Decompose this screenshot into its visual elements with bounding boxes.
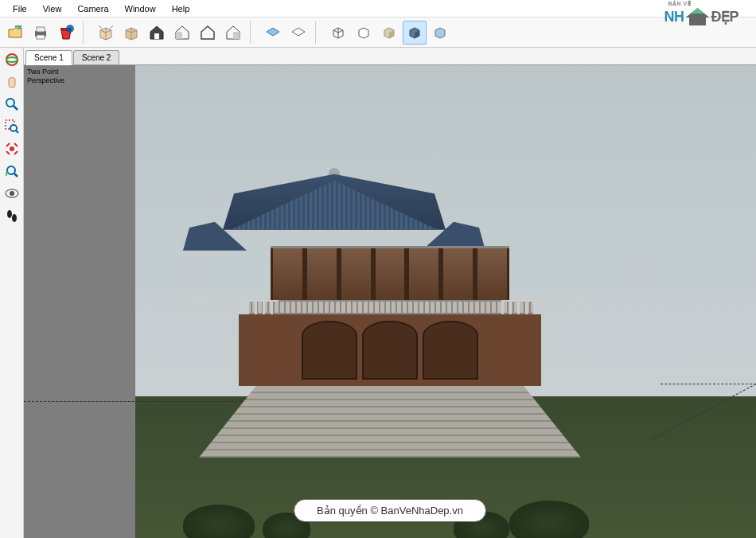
- svg-rect-7: [233, 32, 240, 39]
- svg-line-11: [14, 106, 18, 110]
- house-part1-button[interactable]: [170, 21, 194, 45]
- tab-scene-2[interactable]: Scene 2: [73, 50, 120, 64]
- tab-scene-1[interactable]: Scene 1: [25, 50, 72, 65]
- viewport-occluder: [24, 65, 135, 538]
- svg-rect-1: [37, 27, 45, 32]
- layer-outline-button[interactable]: [286, 21, 310, 45]
- iso-wire-button[interactable]: [326, 21, 350, 45]
- svg-point-15: [10, 146, 14, 151]
- menu-help[interactable]: Help: [164, 2, 198, 16]
- main-toolbar: [0, 18, 756, 48]
- orbit-tool[interactable]: [2, 49, 22, 70]
- scene-tabs: Scene 1 Scene 2: [24, 48, 756, 65]
- svg-rect-2: [37, 35, 45, 39]
- watermark-badge: Bản quyền © BanVeNhaDep.vn: [294, 499, 486, 522]
- menu-bar: File View Camera Window Help: [0, 0, 756, 18]
- svg-point-10: [6, 99, 14, 107]
- delete-button[interactable]: [54, 21, 78, 45]
- svg-line-17: [14, 173, 18, 177]
- house-solid-button[interactable]: [145, 21, 169, 45]
- viewport-3d[interactable]: Two Point Perspective: [24, 65, 756, 538]
- layer-blue-button[interactable]: [261, 21, 285, 45]
- iso-mono-button[interactable]: [428, 21, 452, 45]
- previous-view-tool[interactable]: [2, 161, 22, 181]
- menu-camera[interactable]: Camera: [69, 2, 116, 16]
- brand-logo: BẢN VẼ NH ĐẸP: [664, 8, 738, 25]
- svg-point-8: [6, 54, 18, 65]
- guide-line: [650, 384, 756, 440]
- house-part2-button[interactable]: [221, 21, 245, 45]
- menu-file[interactable]: File: [5, 2, 35, 16]
- left-toolbar: [0, 48, 24, 538]
- open-file-button[interactable]: [3, 21, 27, 45]
- model-temple[interactable]: [199, 174, 581, 458]
- svg-point-9: [6, 57, 18, 62]
- walk-tool[interactable]: [2, 205, 22, 226]
- menu-view[interactable]: View: [35, 2, 70, 16]
- camera-mode-label: Two Point Perspective: [27, 68, 64, 85]
- svg-point-16: [7, 166, 15, 174]
- svg-point-13: [10, 125, 17, 131]
- pan-tool[interactable]: [2, 72, 22, 92]
- svg-rect-5: [154, 33, 159, 39]
- zoom-window-tool[interactable]: [2, 116, 22, 137]
- box-open-button[interactable]: [94, 21, 118, 45]
- look-around-tool[interactable]: [2, 183, 22, 204]
- svg-point-4: [66, 25, 74, 33]
- iso-shaded-button[interactable]: [377, 21, 401, 45]
- svg-line-14: [16, 131, 18, 133]
- svg-point-20: [7, 210, 12, 218]
- svg-point-21: [12, 214, 17, 222]
- menu-window[interactable]: Window: [117, 2, 164, 16]
- box-button[interactable]: [119, 21, 143, 45]
- iso-textured-button[interactable]: [403, 21, 427, 45]
- zoom-tool[interactable]: [2, 94, 22, 115]
- svg-rect-6: [176, 32, 182, 39]
- print-button[interactable]: [29, 21, 53, 45]
- house-icon: [685, 8, 709, 25]
- zoom-extents-tool[interactable]: [2, 138, 22, 159]
- house-outline-button[interactable]: [196, 21, 220, 45]
- svg-point-19: [10, 191, 14, 196]
- iso-outline-button[interactable]: [352, 21, 376, 45]
- guide-line: [661, 384, 756, 384]
